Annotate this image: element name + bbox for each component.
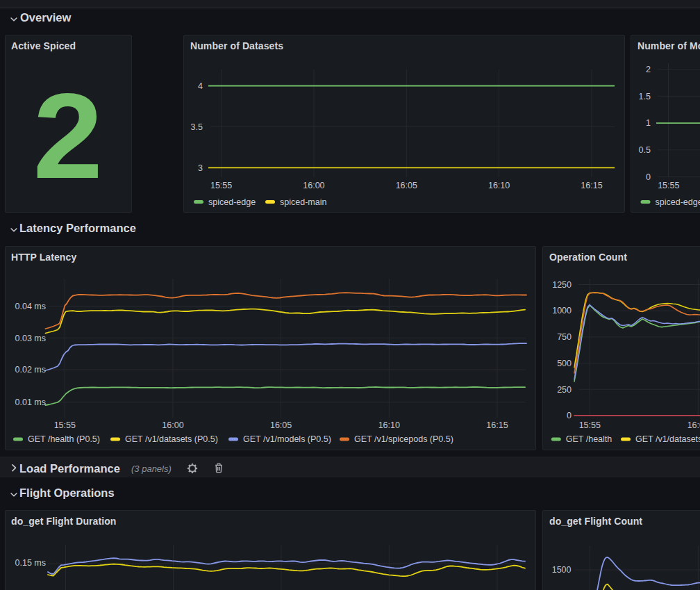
svg-text:4: 4	[198, 81, 203, 91]
svg-text:16:10: 16:10	[488, 181, 510, 190]
svg-text:0.5: 0.5	[639, 145, 651, 155]
svg-text:750: 750	[557, 332, 572, 342]
svg-text:0.02 ms: 0.02 ms	[15, 365, 46, 375]
svg-text:GET /v1/models (P0.5): GET /v1/models (P0.5)	[243, 434, 331, 444]
svg-text:250: 250	[557, 385, 572, 395]
svg-text:1: 1	[646, 118, 651, 128]
svg-text:GET /health (P0.5): GET /health (P0.5)	[28, 434, 100, 444]
svg-text:1.5: 1.5	[639, 92, 651, 101]
svg-text:3: 3	[198, 163, 203, 173]
svg-text:16:00: 16:00	[162, 420, 183, 430]
svg-text:GET /v1/datasets: GET /v1/datasets	[635, 434, 700, 444]
svg-text:15:55: 15:55	[579, 420, 601, 430]
svg-text:0: 0	[567, 411, 572, 420]
svg-text:15:55: 15:55	[210, 181, 232, 190]
svg-text:0.15 ms: 0.15 ms	[15, 558, 46, 568]
svg-text:16:05: 16:05	[396, 181, 417, 190]
svg-text:15:55: 15:55	[658, 181, 679, 190]
svg-text:16:00: 16:00	[688, 420, 700, 430]
svg-text:16:00: 16:00	[303, 181, 324, 190]
svg-text:GET /health: GET /health	[566, 434, 612, 444]
svg-text:15:55: 15:55	[54, 420, 76, 430]
svg-text:0: 0	[646, 172, 651, 182]
svg-text:spiced-main: spiced-main	[280, 197, 326, 207]
svg-text:1250: 1250	[552, 280, 572, 290]
svg-text:2: 2	[646, 65, 651, 74]
svg-text:GET /v1/spicepods (P0.5): GET /v1/spicepods (P0.5)	[354, 434, 453, 444]
svg-text:0.01 ms: 0.01 ms	[15, 398, 46, 407]
svg-text:16:15: 16:15	[486, 420, 508, 430]
svg-text:0.04 ms: 0.04 ms	[15, 302, 46, 311]
svg-text:spiced-edge: spiced-edge	[208, 197, 256, 207]
svg-text:1000: 1000	[552, 306, 572, 316]
svg-text:spiced-edge: spiced-edge	[656, 197, 700, 207]
svg-text:1500: 1500	[552, 565, 572, 575]
svg-text:500: 500	[557, 359, 572, 368]
svg-text:0.03 ms: 0.03 ms	[15, 334, 46, 343]
svg-text:16:10: 16:10	[378, 420, 400, 430]
svg-text:GET /v1/datasets (P0.5): GET /v1/datasets (P0.5)	[125, 434, 218, 444]
svg-text:16:15: 16:15	[581, 181, 602, 190]
svg-text:16:05: 16:05	[270, 420, 292, 430]
svg-text:3.5: 3.5	[191, 122, 203, 132]
